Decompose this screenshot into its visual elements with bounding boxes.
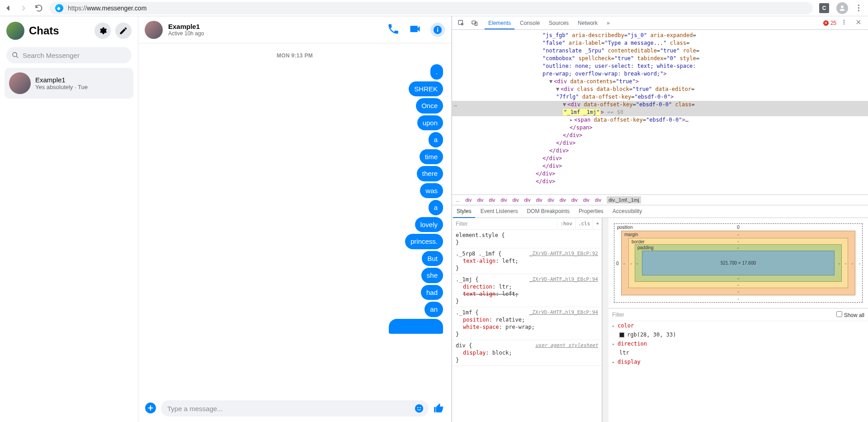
messages-list[interactable]: MON 9:13 PM . SHREK Once upon a time the… xyxy=(138,43,451,396)
chat-avatar[interactable] xyxy=(145,21,163,39)
emoji-icon[interactable] xyxy=(414,403,424,413)
reload-button[interactable] xyxy=(34,4,43,13)
message-bubble: . xyxy=(430,64,443,80)
tab-network[interactable]: Network xyxy=(573,17,602,29)
extension-badge[interactable]: C xyxy=(819,3,829,13)
chrome-menu-button[interactable] xyxy=(855,5,862,11)
svg-point-5 xyxy=(417,407,418,408)
thread-avatar xyxy=(9,72,31,94)
tab-sources[interactable]: Sources xyxy=(544,17,573,29)
subtab-accessibility[interactable]: Accessibility xyxy=(608,205,646,218)
compose-button[interactable] xyxy=(115,23,132,39)
browser-toolbar: https://www.messenger.com C xyxy=(0,0,868,16)
breadcrumbs[interactable]: ... div div div div div div div div div … xyxy=(452,194,868,205)
message-bubble: she xyxy=(421,268,443,283)
elements-tree[interactable]: "js_fgb" aria-describedby="js_0" aria-ex… xyxy=(452,30,868,194)
svg-point-11 xyxy=(844,22,844,23)
svg-point-12 xyxy=(844,24,844,24)
hov-toggle[interactable]: :hov xyxy=(557,218,575,229)
composer xyxy=(138,396,451,422)
chat-pane: Example1 Active 10h ago MON 9:13 PM . SH… xyxy=(138,16,451,422)
message-bubble: there xyxy=(417,166,443,181)
back-button[interactable] xyxy=(4,4,13,13)
devtools-menu[interactable] xyxy=(837,19,851,27)
message-bubble: SHREK xyxy=(409,81,443,97)
styles-filter[interactable] xyxy=(452,221,557,227)
subtab-dom-breakpoints[interactable]: DOM Breakpoints xyxy=(522,205,574,218)
tab-more[interactable]: » xyxy=(602,17,614,29)
chat-status: Active 10h ago xyxy=(168,30,382,37)
new-rule-button[interactable]: + xyxy=(593,218,602,229)
tab-elements[interactable]: Elements xyxy=(484,17,515,29)
message-bubble: princess. xyxy=(405,234,443,249)
styles-tabs: Styles Event Listeners DOM Breakpoints P… xyxy=(452,205,868,218)
thread-name: Example1 xyxy=(35,76,88,84)
svg-point-2 xyxy=(437,27,438,28)
device-toggle-button[interactable] xyxy=(468,19,481,27)
show-all-toggle[interactable]: Show all xyxy=(836,311,864,318)
add-attachment-button[interactable] xyxy=(145,402,156,415)
settings-button[interactable] xyxy=(94,23,111,39)
message-bubble: a xyxy=(429,200,443,215)
search-box[interactable] xyxy=(6,47,132,63)
forward-button[interactable] xyxy=(19,4,28,13)
svg-rect-1 xyxy=(437,29,438,32)
scrollbar[interactable] xyxy=(602,218,609,422)
subtab-event-listeners[interactable]: Event Listeners xyxy=(476,205,523,218)
message-bubble: had xyxy=(421,285,443,300)
cls-toggle[interactable]: .cls xyxy=(575,218,593,229)
url-text: https://www.messenger.com xyxy=(68,5,146,12)
info-button[interactable] xyxy=(430,23,445,37)
svg-point-6 xyxy=(420,407,421,408)
profile-button[interactable] xyxy=(836,2,848,14)
message-bubble-cut xyxy=(389,319,443,334)
my-avatar[interactable] xyxy=(6,22,24,40)
thread-preview: Yes absolutely · Tue xyxy=(35,84,88,90)
search-input[interactable] xyxy=(23,52,126,59)
message-bubble: a xyxy=(429,132,443,147)
svg-point-10 xyxy=(844,20,844,21)
devtools: Elements Console Sources Network » ✕25 "… xyxy=(452,16,868,422)
sidebar: Chats Example1 Yes absolutely · Tue xyxy=(0,16,138,422)
message-bubble: time xyxy=(420,149,443,165)
video-call-button[interactable] xyxy=(409,23,421,37)
messenger-app: Chats Example1 Yes absolutely · Tue xyxy=(0,16,452,422)
inspect-button[interactable] xyxy=(455,19,467,27)
message-input[interactable] xyxy=(167,405,414,413)
address-bar[interactable]: https://www.messenger.com xyxy=(50,2,813,14)
css-rules[interactable]: element.style {} ._5rp8 ._1mf {_ZXrVD-AH… xyxy=(452,230,602,422)
computed-filter[interactable] xyxy=(612,312,833,318)
devtools-toolbar: Elements Console Sources Network » ✕25 xyxy=(452,16,868,30)
devtools-close[interactable] xyxy=(852,19,865,27)
thread-item[interactable]: Example1 Yes absolutely · Tue xyxy=(5,68,133,99)
thumbs-up-button[interactable] xyxy=(433,402,445,415)
computed-panel: position 0 - 0 - margin - - - xyxy=(609,218,868,422)
styles-panel: :hov .cls + element.style {} ._5rp8 ._1m… xyxy=(452,218,602,422)
message-bubble: Once xyxy=(416,98,443,114)
message-bubble: was xyxy=(420,183,443,199)
tab-console[interactable]: Console xyxy=(515,17,544,29)
chats-title: Chats xyxy=(29,24,90,37)
chat-name: Example1 xyxy=(168,23,382,30)
svg-point-4 xyxy=(415,404,423,413)
timestamp: MON 9:13 PM xyxy=(146,51,443,63)
error-count[interactable]: ✕25 xyxy=(823,20,836,26)
box-model: position 0 - 0 - margin - - - xyxy=(609,218,868,308)
message-input-wrap[interactable] xyxy=(161,400,429,417)
message-bubble: upon xyxy=(417,115,443,131)
message-bubble: lovely xyxy=(415,217,443,232)
chat-header: Example1 Active 10h ago xyxy=(138,16,451,43)
message-bubble: But xyxy=(422,251,443,266)
message-bubble: an xyxy=(425,302,443,317)
search-icon xyxy=(12,52,19,59)
voice-call-button[interactable] xyxy=(387,23,400,37)
messenger-favicon xyxy=(55,4,63,12)
subtab-properties[interactable]: Properties xyxy=(574,205,608,218)
subtab-styles[interactable]: Styles xyxy=(452,205,476,218)
computed-list[interactable]: color rgb(28, 30, 33) direction ltr disp… xyxy=(609,321,868,422)
